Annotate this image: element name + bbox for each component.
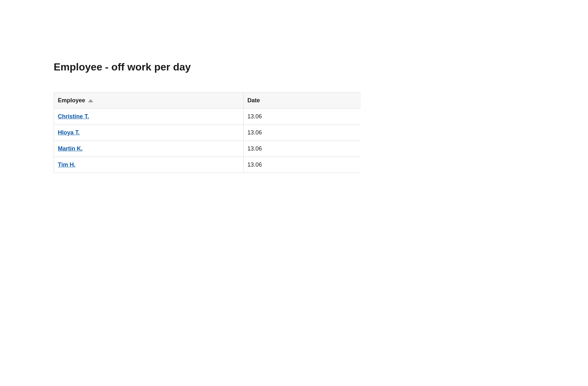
date-value: 13.06 xyxy=(247,113,262,120)
date-value: 13.06 xyxy=(247,161,262,168)
employee-off-work-table: Employee Date Christine T. 13 xyxy=(54,92,361,173)
sort-desc-icon xyxy=(88,99,93,102)
svg-marker-0 xyxy=(88,99,93,102)
date-value: 13.06 xyxy=(247,145,262,152)
column-header-date-label: Date xyxy=(247,97,260,104)
table-row: Martin K. 13.06 xyxy=(54,141,361,157)
table-row: Hloya T. 13.06 xyxy=(54,125,361,141)
employee-link[interactable]: Christine T. xyxy=(58,113,89,120)
date-value: 13.06 xyxy=(247,129,262,136)
employee-link[interactable]: Martin K. xyxy=(58,145,83,152)
column-header-date[interactable]: Date xyxy=(244,93,361,109)
column-header-employee-label: Employee xyxy=(58,97,85,104)
table-row: Christine T. 13.06 xyxy=(54,109,361,125)
employee-link[interactable]: Hloya T. xyxy=(58,129,80,136)
employee-link[interactable]: Tim H. xyxy=(58,161,76,168)
page-title: Employee - off work per day xyxy=(54,61,534,73)
column-header-employee[interactable]: Employee xyxy=(54,93,244,109)
table-row: Tim H. 13.06 xyxy=(54,157,361,173)
